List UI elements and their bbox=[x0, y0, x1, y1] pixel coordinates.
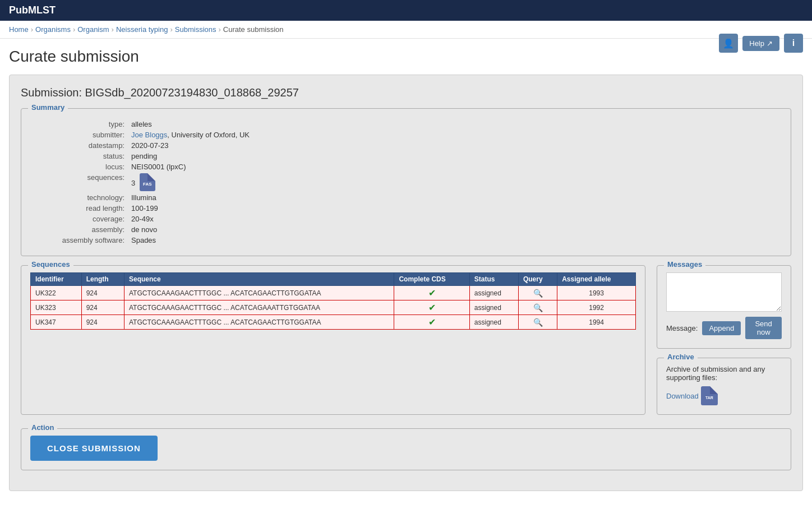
sequences-table: Identifier Length Sequence Complete CDS … bbox=[30, 272, 636, 330]
summary-row-datestamp: datestamp: 2020-07-23 bbox=[30, 141, 782, 150]
sep2: › bbox=[73, 25, 75, 34]
submitter-label: submitter: bbox=[30, 131, 131, 139]
archive-legend: Archive bbox=[664, 353, 698, 361]
message-label: Message: bbox=[666, 324, 698, 332]
sequences-legend: Sequences bbox=[28, 260, 73, 269]
cell-assigned-allele: 1992 bbox=[557, 300, 636, 315]
cell-query[interactable]: 🔍 bbox=[518, 286, 557, 300]
action-legend: Action bbox=[28, 423, 57, 432]
summary-table: type: alleles submitter: Joe Bloggs, Uni… bbox=[30, 120, 782, 244]
append-button[interactable]: Append bbox=[702, 321, 741, 335]
cell-complete-cds: ✔ bbox=[394, 300, 469, 315]
cell-status: assigned bbox=[469, 315, 518, 330]
submitter-link[interactable]: Joe Bloggs bbox=[131, 131, 167, 139]
send-now-button[interactable]: Send now bbox=[745, 317, 782, 339]
type-value: alleles bbox=[131, 120, 152, 128]
close-submission-button[interactable]: CLOSE SUBMISSION bbox=[30, 436, 158, 461]
cell-assigned-allele: 1993 bbox=[557, 286, 636, 300]
messages-archive-section: Messages Message: Append Send now Archiv… bbox=[657, 265, 791, 424]
locus-value: NEIS0001 (lpxC) bbox=[131, 163, 186, 171]
cell-sequence: ATGCTGCAAAGAACTTTGGC ... ACATCAGAAATTGTG… bbox=[124, 300, 394, 315]
query-search-icon[interactable]: 🔍 bbox=[533, 289, 543, 298]
cell-status: assigned bbox=[469, 286, 518, 300]
breadcrumb-submissions[interactable]: Submissions bbox=[175, 25, 216, 34]
table-row: UK323 924 ATGCTGCAAAGAACTTTGGC ... ACATC… bbox=[31, 300, 636, 315]
summary-row-assembly: assembly: de novo bbox=[30, 225, 782, 234]
cell-sequence: ATGCTGCAAAGAACTTTGGC ... ACATCAGAACTTGTG… bbox=[124, 286, 394, 300]
breadcrumb-organism[interactable]: Organism bbox=[77, 25, 109, 34]
cell-id: UK323 bbox=[31, 300, 82, 315]
check-icon: ✔ bbox=[428, 303, 436, 312]
table-header-row: Identifier Length Sequence Complete CDS … bbox=[31, 273, 636, 286]
message-textarea[interactable] bbox=[666, 272, 782, 312]
cell-complete-cds: ✔ bbox=[394, 286, 469, 300]
table-row: UK347 924 ATGCTGCAAAGAACTTTGGC ... ACATC… bbox=[31, 315, 636, 330]
cell-assigned-allele: 1994 bbox=[557, 315, 636, 330]
tar-file-icon: TAR bbox=[701, 386, 718, 405]
cell-length: 924 bbox=[81, 300, 124, 315]
breadcrumb-home[interactable]: Home bbox=[9, 25, 29, 34]
summary-row-coverage: coverage: 20-49x bbox=[30, 215, 782, 223]
messages-legend: Messages bbox=[664, 260, 705, 269]
download-tar-link[interactable]: Download TAR bbox=[666, 386, 782, 405]
sequences-messages-row: Sequences Identifier Length Sequence Com… bbox=[21, 265, 791, 424]
sep5: › bbox=[218, 25, 220, 34]
technology-label: technology: bbox=[30, 193, 131, 202]
cell-status: assigned bbox=[469, 300, 518, 315]
cell-complete-cds: ✔ bbox=[394, 315, 469, 330]
submission-id: Submission: BIGSdb_20200723194830_018868… bbox=[21, 86, 791, 99]
breadcrumb: Home › Organisms › Organism › Neisseria … bbox=[0, 21, 812, 39]
messages-section: Messages Message: Append Send now bbox=[657, 265, 791, 349]
datestamp-value: 2020-07-23 bbox=[131, 141, 169, 150]
app-title: PubMLST bbox=[9, 4, 56, 16]
cell-sequence: ATGCTGCAAAGAACTTTGGC ... ACATCAGAACTTGTG… bbox=[124, 315, 394, 330]
coverage-value: 20-49x bbox=[131, 215, 154, 223]
summary-section: Summary type: alleles submitter: Joe Blo… bbox=[21, 108, 791, 256]
sep4: › bbox=[170, 25, 172, 34]
submitter-value: Joe Bloggs, University of Oxford, UK bbox=[131, 131, 250, 139]
breadcrumb-organisms[interactable]: Organisms bbox=[35, 25, 71, 34]
breadcrumb-neisseria[interactable]: Neisseria typing bbox=[116, 25, 168, 34]
summary-row-submitter: submitter: Joe Bloggs, University of Oxf… bbox=[30, 131, 782, 139]
technology-value: Illumina bbox=[131, 193, 156, 202]
main-card: Submission: BIGSdb_20200723194830_018868… bbox=[9, 75, 803, 491]
archive-section: Archive Archive of submission and any su… bbox=[657, 358, 791, 415]
submitter-org: , University of Oxford, UK bbox=[167, 131, 250, 139]
sequences-label: sequences: bbox=[30, 173, 131, 191]
coverage-label: coverage: bbox=[30, 215, 131, 223]
fasta-file-icon[interactable]: FAS bbox=[140, 173, 155, 191]
check-icon: ✔ bbox=[428, 317, 436, 327]
cell-length: 924 bbox=[81, 286, 124, 300]
page-title: Curate submission bbox=[9, 48, 803, 66]
status-label: status: bbox=[30, 152, 131, 160]
summary-row-status: status: pending bbox=[30, 152, 782, 160]
summary-row-read-length: read length: 100-199 bbox=[30, 204, 782, 212]
query-search-icon[interactable]: 🔍 bbox=[533, 318, 543, 327]
read-length-value: 100-199 bbox=[131, 204, 158, 212]
cell-id: UK347 bbox=[31, 315, 82, 330]
datestamp-label: datestamp: bbox=[30, 141, 131, 150]
page-content: Curate submission Submission: BIGSdb_202… bbox=[0, 39, 812, 500]
table-row: UK322 924 ATGCTGCAAAGAACTTTGGC ... ACATC… bbox=[31, 286, 636, 300]
col-length: Length bbox=[81, 273, 124, 286]
col-sequence: Sequence bbox=[124, 273, 394, 286]
read-length-label: read length: bbox=[30, 204, 131, 212]
message-controls: Message: Append Send now bbox=[666, 317, 782, 339]
archive-description: Archive of submission and any supporting… bbox=[666, 365, 782, 382]
col-status: Status bbox=[469, 273, 518, 286]
query-search-icon[interactable]: 🔍 bbox=[533, 303, 543, 312]
cell-id: UK322 bbox=[31, 286, 82, 300]
cell-query[interactable]: 🔍 bbox=[518, 300, 557, 315]
type-label: type: bbox=[30, 120, 131, 128]
assembly-software-value: Spades bbox=[131, 236, 156, 244]
action-section: Action CLOSE SUBMISSION bbox=[21, 428, 791, 470]
summary-row-technology: technology: Illumina bbox=[30, 193, 782, 202]
summary-legend: Summary bbox=[28, 103, 68, 112]
summary-row-type: type: alleles bbox=[30, 120, 782, 128]
breadcrumb-current: Curate submission bbox=[223, 25, 284, 34]
locus-label: locus: bbox=[30, 163, 131, 171]
summary-row-sequences: sequences: 3 FAS bbox=[30, 173, 782, 191]
sep1: › bbox=[31, 25, 33, 34]
cell-query[interactable]: 🔍 bbox=[518, 315, 557, 330]
assembly-label: assembly: bbox=[30, 225, 131, 234]
